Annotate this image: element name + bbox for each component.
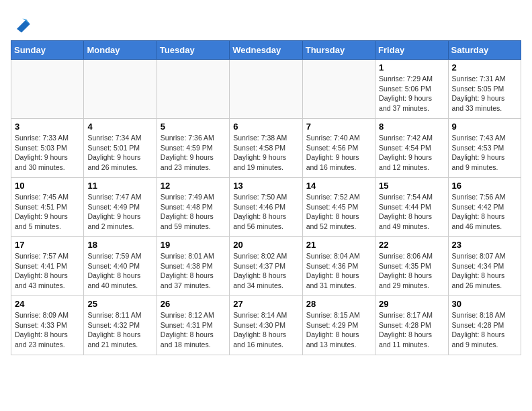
day-detail: Sunrise: 8:17 AMSunset: 4:28 PMDaylight:… — [379, 310, 444, 350]
calendar-cell: 9Sunrise: 7:43 AMSunset: 4:53 PMDaylight… — [448, 119, 521, 178]
day-number: 11 — [87, 181, 152, 191]
day-header-thursday: Thursday — [302, 41, 375, 60]
day-number: 18 — [87, 240, 152, 250]
calendar-cell: 26Sunrise: 8:12 AMSunset: 4:31 PMDayligh… — [157, 296, 229, 355]
day-header-monday: Monday — [84, 41, 157, 60]
calendar-cell: 27Sunrise: 8:14 AMSunset: 4:30 PMDayligh… — [230, 296, 302, 355]
day-number: 16 — [452, 181, 517, 191]
calendar-cell: 5Sunrise: 7:36 AMSunset: 4:59 PMDaylight… — [157, 119, 229, 178]
calendar-cell: 21Sunrise: 8:04 AMSunset: 4:36 PMDayligh… — [302, 237, 375, 296]
day-detail: Sunrise: 8:18 AMSunset: 4:28 PMDaylight:… — [452, 310, 517, 350]
day-number: 23 — [452, 240, 517, 250]
day-number: 25 — [87, 299, 152, 309]
day-number: 13 — [233, 181, 298, 191]
header — [11, 11, 521, 34]
calendar-cell — [157, 60, 229, 119]
day-number: 7 — [306, 122, 371, 132]
calendar-cell — [11, 60, 84, 119]
day-detail: Sunrise: 7:47 AMSunset: 4:49 PMDaylight:… — [87, 192, 152, 232]
calendar-cell: 3Sunrise: 7:33 AMSunset: 5:03 PMDaylight… — [11, 119, 84, 178]
calendar-cell: 10Sunrise: 7:45 AMSunset: 4:51 PMDayligh… — [11, 178, 84, 237]
calendar-cell: 30Sunrise: 8:18 AMSunset: 4:28 PMDayligh… — [448, 296, 521, 355]
day-detail: Sunrise: 8:15 AMSunset: 4:29 PMDaylight:… — [306, 310, 371, 350]
day-detail: Sunrise: 7:42 AMSunset: 4:54 PMDaylight:… — [379, 133, 444, 173]
calendar-cell: 17Sunrise: 7:57 AMSunset: 4:41 PMDayligh… — [11, 237, 84, 296]
day-detail: Sunrise: 8:14 AMSunset: 4:30 PMDaylight:… — [233, 310, 298, 350]
day-detail: Sunrise: 8:07 AMSunset: 4:34 PMDaylight:… — [452, 251, 517, 291]
calendar-cell: 12Sunrise: 7:49 AMSunset: 4:48 PMDayligh… — [157, 178, 229, 237]
day-number: 15 — [379, 181, 444, 191]
week-row-2: 3Sunrise: 7:33 AMSunset: 5:03 PMDaylight… — [11, 119, 521, 178]
day-number: 10 — [15, 181, 80, 191]
day-number: 28 — [306, 299, 371, 309]
calendar-cell: 13Sunrise: 7:50 AMSunset: 4:46 PMDayligh… — [230, 178, 302, 237]
day-detail: Sunrise: 7:43 AMSunset: 4:53 PMDaylight:… — [452, 133, 517, 173]
day-detail: Sunrise: 7:59 AMSunset: 4:40 PMDaylight:… — [87, 251, 152, 291]
day-number: 12 — [161, 181, 226, 191]
day-header-friday: Friday — [375, 41, 448, 60]
day-detail: Sunrise: 7:54 AMSunset: 4:44 PMDaylight:… — [379, 192, 444, 232]
day-detail: Sunrise: 7:49 AMSunset: 4:48 PMDaylight:… — [161, 192, 226, 232]
calendar-cell: 2Sunrise: 7:31 AMSunset: 5:05 PMDaylight… — [448, 60, 521, 119]
day-number: 30 — [452, 299, 517, 309]
day-header-saturday: Saturday — [448, 41, 521, 60]
week-row-4: 17Sunrise: 7:57 AMSunset: 4:41 PMDayligh… — [11, 237, 521, 296]
day-number: 19 — [161, 240, 226, 250]
day-number: 8 — [379, 122, 444, 132]
day-detail: Sunrise: 7:33 AMSunset: 5:03 PMDaylight:… — [15, 133, 80, 173]
calendar-cell: 29Sunrise: 8:17 AMSunset: 4:28 PMDayligh… — [375, 296, 448, 355]
day-detail: Sunrise: 7:52 AMSunset: 4:45 PMDaylight:… — [306, 192, 371, 232]
day-detail: Sunrise: 8:06 AMSunset: 4:35 PMDaylight:… — [379, 251, 444, 291]
day-number: 4 — [87, 122, 152, 132]
day-number: 26 — [161, 299, 226, 309]
day-detail: Sunrise: 8:02 AMSunset: 4:37 PMDaylight:… — [233, 251, 298, 291]
calendar-header-row: SundayMondayTuesdayWednesdayThursdayFrid… — [11, 41, 521, 60]
week-row-3: 10Sunrise: 7:45 AMSunset: 4:51 PMDayligh… — [11, 178, 521, 237]
day-header-sunday: Sunday — [11, 41, 84, 60]
day-detail: Sunrise: 8:09 AMSunset: 4:33 PMDaylight:… — [15, 310, 80, 350]
calendar-cell — [302, 60, 375, 119]
calendar-cell: 23Sunrise: 8:07 AMSunset: 4:34 PMDayligh… — [448, 237, 521, 296]
calendar-cell — [84, 60, 157, 119]
day-number: 3 — [15, 122, 80, 132]
calendar-cell: 6Sunrise: 7:38 AMSunset: 4:58 PMDaylight… — [230, 119, 302, 178]
calendar-cell: 4Sunrise: 7:34 AMSunset: 5:01 PMDaylight… — [84, 119, 157, 178]
calendar-table: SundayMondayTuesdayWednesdayThursdayFrid… — [11, 40, 521, 355]
day-detail: Sunrise: 7:36 AMSunset: 4:59 PMDaylight:… — [161, 133, 226, 173]
calendar-cell: 15Sunrise: 7:54 AMSunset: 4:44 PMDayligh… — [375, 178, 448, 237]
day-header-tuesday: Tuesday — [157, 41, 229, 60]
logo-icon — [12, 15, 31, 34]
calendar-cell: 19Sunrise: 8:01 AMSunset: 4:38 PMDayligh… — [157, 237, 229, 296]
calendar-cell: 20Sunrise: 8:02 AMSunset: 4:37 PMDayligh… — [230, 237, 302, 296]
calendar-cell: 24Sunrise: 8:09 AMSunset: 4:33 PMDayligh… — [11, 296, 84, 355]
week-row-1: 1Sunrise: 7:29 AMSunset: 5:06 PMDaylight… — [11, 60, 521, 119]
day-number: 20 — [233, 240, 298, 250]
calendar-cell: 22Sunrise: 8:06 AMSunset: 4:35 PMDayligh… — [375, 237, 448, 296]
day-detail: Sunrise: 7:50 AMSunset: 4:46 PMDaylight:… — [233, 192, 298, 232]
day-number: 6 — [233, 122, 298, 132]
calendar-cell: 11Sunrise: 7:47 AMSunset: 4:49 PMDayligh… — [84, 178, 157, 237]
calendar-cell — [230, 60, 302, 119]
day-number: 1 — [379, 62, 444, 73]
day-detail: Sunrise: 8:04 AMSunset: 4:36 PMDaylight:… — [306, 251, 371, 291]
week-row-5: 24Sunrise: 8:09 AMSunset: 4:33 PMDayligh… — [11, 296, 521, 355]
day-detail: Sunrise: 8:12 AMSunset: 4:31 PMDaylight:… — [161, 310, 226, 350]
day-detail: Sunrise: 7:56 AMSunset: 4:42 PMDaylight:… — [452, 192, 517, 232]
day-detail: Sunrise: 7:34 AMSunset: 5:01 PMDaylight:… — [87, 133, 152, 173]
day-detail: Sunrise: 7:45 AMSunset: 4:51 PMDaylight:… — [15, 192, 80, 232]
day-detail: Sunrise: 7:31 AMSunset: 5:05 PMDaylight:… — [452, 74, 517, 113]
calendar-cell: 16Sunrise: 7:56 AMSunset: 4:42 PMDayligh… — [448, 178, 521, 237]
day-number: 29 — [379, 299, 444, 309]
day-number: 27 — [233, 299, 298, 309]
day-detail: Sunrise: 7:38 AMSunset: 4:58 PMDaylight:… — [233, 133, 298, 173]
day-detail: Sunrise: 7:40 AMSunset: 4:56 PMDaylight:… — [306, 133, 371, 173]
day-detail: Sunrise: 7:29 AMSunset: 5:06 PMDaylight:… — [379, 74, 444, 113]
calendar-cell: 7Sunrise: 7:40 AMSunset: 4:56 PMDaylight… — [302, 119, 375, 178]
day-number: 22 — [379, 240, 444, 250]
day-number: 17 — [15, 240, 80, 250]
logo — [11, 15, 31, 34]
calendar-cell: 28Sunrise: 8:15 AMSunset: 4:29 PMDayligh… — [302, 296, 375, 355]
day-number: 24 — [15, 299, 80, 309]
day-detail: Sunrise: 8:11 AMSunset: 4:32 PMDaylight:… — [87, 310, 152, 350]
day-number: 9 — [452, 122, 517, 132]
